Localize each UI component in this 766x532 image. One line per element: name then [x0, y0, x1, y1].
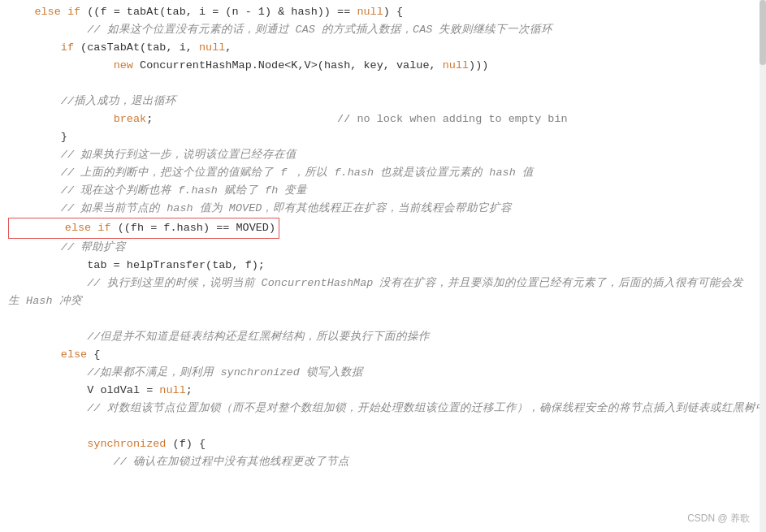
- code-line: if (casTabAt(tab, i, null,: [0, 39, 766, 57]
- watermark: CSDN @ 养歌: [687, 512, 750, 526]
- code-area: else if ((f = tabAt(tab, i = (n - 1) & h…: [0, 0, 766, 474]
- code-line: else {: [0, 346, 766, 364]
- code-line: // 如果这个位置没有元素的话，则通过 CAS 的方式插入数据，CAS 失败则继…: [0, 21, 766, 39]
- code-line: // 执行到这里的时候，说明当前 ConcurrentHashMap 没有在扩容…: [0, 275, 766, 310]
- scrollbar[interactable]: [760, 0, 766, 532]
- code-line: // 帮助扩容: [0, 239, 766, 257]
- code-line: else if ((fh = f.hash) == MOVED): [0, 218, 766, 239]
- code-line: new ConcurrentHashMap.Node<K,V>(hash, ke…: [0, 57, 766, 75]
- code-line: [0, 75, 766, 93]
- code-line: }: [0, 128, 766, 146]
- code-line: // 确认在加锁过程中没有其他线程更改了节点: [0, 453, 766, 471]
- code-line: // 如果执行到这一步，说明该位置已经存在值: [0, 146, 766, 164]
- code-line: synchronized (f) {: [0, 435, 766, 453]
- code-line: break; // no lock when adding to empty b…: [0, 110, 766, 128]
- code-line: else if ((f = tabAt(tab, i = (n - 1) & h…: [0, 3, 766, 21]
- code-line: tab = helpTransfer(tab, f);: [0, 257, 766, 275]
- scrollbar-thumb[interactable]: [760, 0, 766, 65]
- code-line: // 对数组该节点位置加锁（而不是对整个数组加锁，开始处理数组该位置的迁移工作）…: [0, 400, 766, 417]
- code-line: [0, 310, 766, 328]
- code-line: // 上面的判断中，把这个位置的值赋给了 f ，所以 f.hash 也就是该位置…: [0, 164, 766, 182]
- code-line: //如果都不满足，则利用 synchronized 锁写入数据: [0, 364, 766, 382]
- code-line: // 现在这个判断也将 f.hash 赋给了 fh 变量: [0, 182, 766, 200]
- code-line: //但是并不知道是链表结构还是红黑树结构，所以要执行下面的操作: [0, 328, 766, 346]
- code-container: else if ((f = tabAt(tab, i = (n - 1) & h…: [0, 0, 766, 532]
- code-line: // 如果当前节点的 hash 值为 MOVED，即有其他线程正在扩容，当前线程…: [0, 200, 766, 218]
- code-line: V oldVal = null;: [0, 382, 766, 400]
- code-line: [0, 417, 766, 435]
- code-line: //插入成功，退出循环: [0, 93, 766, 110]
